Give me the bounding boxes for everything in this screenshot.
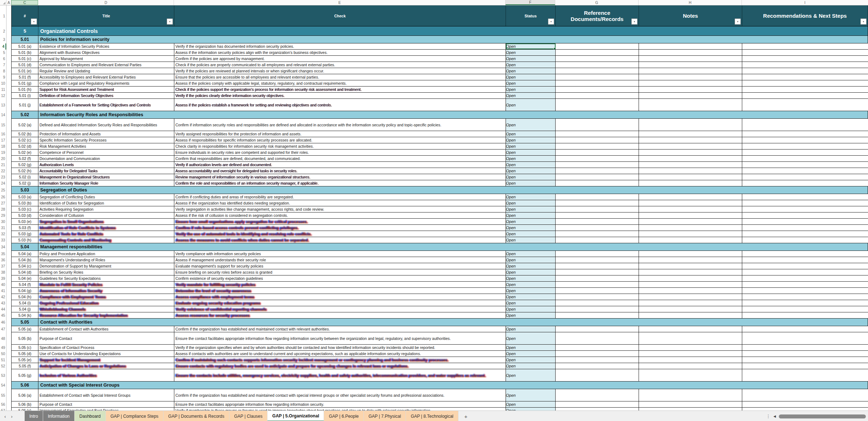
reference-cell[interactable] (556, 231, 639, 237)
control-check[interactable]: Confirm if the policies are approved by … (174, 56, 506, 62)
control-id[interactable]: 5.01 (e) (12, 68, 38, 74)
notes-cell[interactable] (639, 150, 742, 155)
filter-button-notes[interactable]: ▾ (735, 18, 741, 25)
reference-cell[interactable] (556, 137, 639, 143)
control-check[interactable]: Ensure the contact facilitates appropria… (174, 332, 506, 344)
status-cell[interactable]: Open (506, 294, 556, 300)
control-check[interactable]: Ensure how small organizations apply seg… (174, 219, 506, 224)
sheet-tab-gap-6-people[interactable]: GAP | 6.People (324, 411, 364, 421)
reference-cell[interactable] (556, 87, 639, 92)
status-cell[interactable]: Open (506, 93, 556, 98)
control-check[interactable]: Ensure the contacts include utilities, e… (174, 369, 506, 381)
notes-cell[interactable] (639, 156, 742, 161)
notes-cell[interactable] (639, 282, 742, 287)
notes-cell[interactable] (639, 119, 742, 131)
control-id[interactable]: 5.02 (b) (12, 131, 38, 137)
status-cell[interactable]: Open (506, 194, 556, 200)
recommendations-cell[interactable] (742, 401, 868, 407)
recommendations-cell[interactable] (742, 251, 868, 257)
control-check[interactable]: Ensure that the policies are accessible … (174, 74, 506, 80)
control-title[interactable]: Awareness of Information Security (38, 288, 174, 294)
notes-cell[interactable] (639, 174, 742, 180)
status-cell[interactable]: Open (506, 332, 556, 344)
column-letter-f[interactable]: F (506, 0, 555, 5)
notes-cell[interactable] (639, 275, 742, 281)
sheet-tab-gap-compliance-steps[interactable]: GAP | Compliance Steps (106, 411, 163, 421)
control-id[interactable]: 5.03 (b) (12, 200, 38, 206)
row-number-18[interactable]: 18 (0, 143, 6, 150)
row-number-11[interactable]: 11 (0, 87, 6, 93)
reference-cell[interactable] (556, 43, 639, 49)
status-cell[interactable]: Open (506, 263, 556, 269)
control-id[interactable]: 5.03 (e) (12, 219, 38, 224)
control-title[interactable]: Compliance with Legal and Regulatory Req… (38, 80, 174, 86)
control-title[interactable]: Mandate to Fulfill Security Policies (38, 282, 174, 287)
status-cell[interactable]: Open (506, 357, 556, 363)
control-check[interactable]: Assess if responsibilities for specific … (174, 137, 506, 143)
notes-cell[interactable] (639, 231, 742, 237)
reference-cell[interactable] (556, 294, 639, 300)
notes-cell[interactable] (639, 74, 742, 80)
control-id[interactable]: 5.05 (e) (12, 357, 38, 363)
status-cell[interactable]: Open (506, 156, 556, 161)
notes-cell[interactable] (639, 225, 742, 231)
control-check[interactable]: Assess resources for security processes (174, 312, 506, 318)
control-id[interactable]: 5.01 (h) (12, 87, 38, 92)
control-check[interactable]: Assess accountability and oversight for … (174, 168, 506, 174)
control-check[interactable]: Verify if the organization has documente… (174, 43, 506, 49)
recommendations-cell[interactable] (742, 43, 868, 49)
control-check[interactable]: Review management of information securit… (174, 174, 506, 180)
notes-cell[interactable] (639, 62, 742, 68)
reference-cell[interactable] (556, 408, 639, 411)
reference-cell[interactable] (556, 369, 639, 381)
column-letter-c[interactable]: C (11, 0, 38, 5)
reference-cell[interactable] (556, 62, 639, 68)
status-cell[interactable]: Open (506, 168, 556, 174)
tab-nav-next-icon[interactable]: › (11, 414, 12, 419)
status-cell[interactable]: Open (506, 401, 556, 407)
control-title[interactable]: Establishment of Contact with Authoritie… (38, 326, 174, 332)
control-check[interactable]: Verify assigned responsibilities for the… (174, 131, 506, 137)
recommendations-cell[interactable] (742, 294, 868, 300)
column-letter-e[interactable]: E (174, 0, 506, 5)
control-check[interactable]: Check if the policies support the organi… (174, 87, 506, 92)
status-cell[interactable]: Open (506, 288, 556, 294)
notes-cell[interactable] (639, 389, 742, 401)
control-title[interactable]: Alignment with Business Objectives (38, 50, 174, 55)
control-title[interactable]: Ongoing Professional Education (38, 300, 174, 306)
reference-cell[interactable] (556, 345, 639, 350)
filter-button-reference[interactable]: ▾ (631, 18, 637, 25)
status-cell[interactable]: Open (506, 180, 556, 186)
recommendations-cell[interactable] (742, 174, 868, 180)
hscroll-left-icon[interactable]: ◀ (773, 414, 776, 418)
notes-cell[interactable] (639, 357, 742, 363)
control-title[interactable]: Documentation and Communication (38, 156, 174, 161)
row-number-43[interactable]: 43 (0, 300, 6, 306)
column-a-empty[interactable] (7, 5, 11, 411)
column-letter-i[interactable]: I (742, 0, 868, 5)
control-id[interactable]: 5.06 (a) (12, 389, 38, 401)
control-id[interactable]: 5.04 (b) (12, 257, 38, 263)
control-check[interactable]: Assess if the organization has identifie… (174, 200, 506, 206)
recommendations-cell[interactable] (742, 219, 868, 224)
recommendations-cell[interactable] (742, 389, 868, 401)
status-cell[interactable]: Open (506, 351, 556, 357)
recommendations-cell[interactable] (742, 131, 868, 137)
control-check[interactable]: Assess the measures to avoid conflicts w… (174, 237, 506, 243)
notes-cell[interactable] (639, 219, 742, 224)
control-title[interactable]: Specific Information Security Processes (38, 137, 174, 143)
status-cell[interactable]: Open (506, 363, 556, 369)
reference-cell[interactable] (556, 332, 639, 344)
row-number-20[interactable]: 20 (0, 156, 6, 162)
recommendations-cell[interactable] (742, 275, 868, 281)
status-cell[interactable]: Open (506, 275, 556, 281)
row-number-29[interactable]: 29 (0, 212, 6, 219)
row-number-22[interactable]: 22 (0, 168, 6, 174)
sheet-tab-intro[interactable]: Intro (25, 411, 43, 421)
status-cell[interactable]: Open (506, 269, 556, 275)
recommendations-cell[interactable] (742, 99, 868, 111)
notes-cell[interactable] (639, 257, 742, 263)
notes-cell[interactable] (639, 369, 742, 381)
section-id-5.05[interactable]: 5.05 (12, 319, 38, 326)
control-id[interactable]: 5.02 (d) (12, 143, 38, 149)
